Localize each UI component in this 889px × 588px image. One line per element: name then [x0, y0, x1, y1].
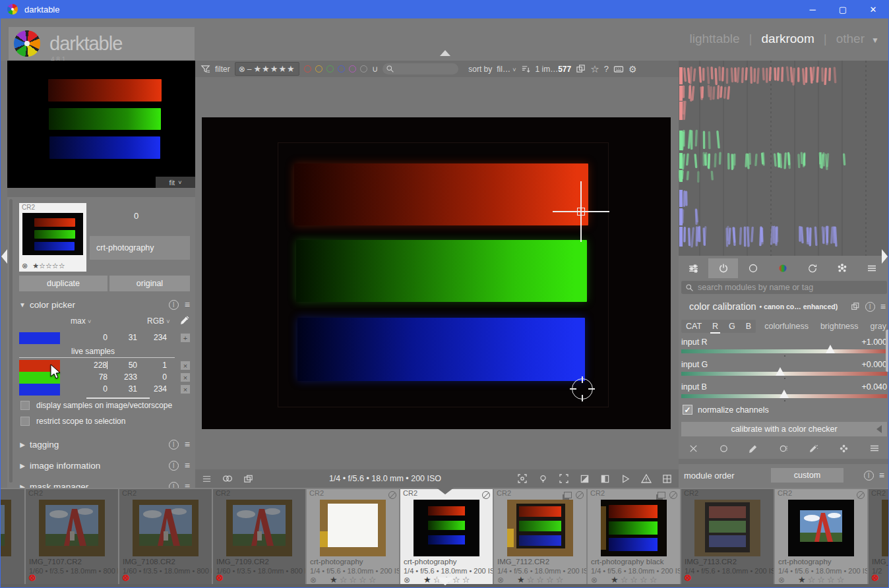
restrict-scope-checkbox-row[interactable]: restrict scope to selection — [20, 417, 125, 426]
sample-swatch[interactable] — [19, 384, 60, 396]
tab-gray[interactable]: gray — [870, 322, 887, 331]
reset-icon[interactable]: 〡 — [169, 440, 179, 450]
color-label-red[interactable] — [304, 65, 311, 73]
minimize-button[interactable]: ─ — [797, 0, 828, 18]
presets-menu-icon[interactable] — [869, 443, 880, 454]
colorspace-dropdown[interactable]: RGB ˅ — [147, 316, 170, 326]
guides-icon[interactable] — [202, 474, 212, 484]
module-group-effects-group-icon[interactable] — [827, 258, 857, 278]
display-samples-checkbox-row[interactable]: display samples on image/vectorscope — [20, 401, 172, 410]
checkbox-checked[interactable]: ✓ — [683, 405, 692, 415]
tab-R[interactable]: R — [712, 322, 719, 331]
view-other[interactable]: other — [836, 32, 865, 46]
section-header-mask-manager[interactable]: ▶mask manager〡≡ — [7, 479, 195, 488]
reset-icon[interactable]: 〡 — [865, 302, 875, 312]
maximize-button[interactable]: ▢ — [828, 0, 858, 18]
tab-G[interactable]: G — [728, 322, 736, 331]
reject-filter-icon[interactable]: ⊗ — [239, 65, 245, 74]
calibrate-button[interactable]: calibrate with a color checker — [681, 422, 887, 436]
rejected-icon[interactable]: ⊗ — [216, 572, 224, 583]
checkbox[interactable] — [20, 417, 30, 426]
circle-mask-icon[interactable] — [719, 444, 729, 454]
original-button[interactable]: original — [109, 276, 190, 291]
tab-colorfulness[interactable]: colorfulness — [764, 322, 809, 331]
reset-icon[interactable]: 〡 — [169, 461, 179, 471]
presets-menu-icon[interactable]: ≡ — [185, 460, 190, 471]
rejected-icon[interactable]: ⊗ — [122, 572, 130, 583]
color-label-purple[interactable] — [349, 65, 356, 73]
color-picker-header[interactable]: ▼ color picker 〡≡ — [7, 297, 195, 312]
reset-icon[interactable]: 〡 — [169, 482, 179, 488]
clipping-icon[interactable] — [600, 474, 610, 484]
expand-arrow-icon[interactable]: ▶ — [15, 441, 30, 448]
collapse-right-panel-arrow[interactable] — [882, 249, 888, 264]
zoom-level-dropdown[interactable]: fit˅ — [156, 177, 195, 188]
module-search-input[interactable]: search modules by name or tag — [681, 281, 887, 294]
reject-icon[interactable]: ⊗ — [404, 575, 410, 585]
remove-sample-button[interactable]: × — [180, 372, 191, 382]
slider-handle[interactable] — [780, 390, 789, 398]
module-group-power-icon[interactable] — [708, 258, 738, 278]
reject-icon[interactable]: ⊗ — [778, 575, 785, 585]
presets-menu-icon[interactable]: ≡ — [185, 439, 190, 450]
duplicate-instance-icon[interactable] — [851, 302, 860, 311]
clear-mask-icon[interactable] — [689, 444, 698, 454]
color-label-green[interactable] — [326, 65, 334, 73]
color-label-blue[interactable] — [338, 65, 345, 73]
filmstrip-thumbnail[interactable]: CR2IMG_1/2⊗ — [869, 489, 889, 584]
picker-mode-dropdown[interactable]: max ˅ — [71, 316, 91, 326]
reset-icon[interactable]: 〡 — [169, 300, 179, 310]
normalize-channels-row[interactable]: ✓ normalize channels — [683, 405, 769, 415]
gradient-mask-icon[interactable] — [779, 444, 789, 454]
left-scrollbar[interactable] — [9, 199, 13, 483]
filmstrip-thumbnail[interactable]: CR2crt-photography1/4 • f/5.6 • 18.0mm •… — [775, 489, 867, 584]
rejected-icon[interactable]: ⊗ — [871, 572, 879, 583]
remove-sample-button[interactable]: × — [180, 384, 191, 394]
filmstrip-thumbnail[interactable]: CR2IMG_7113.CR21/4 • f/5.6 • 18.0mm • 20… — [681, 489, 774, 584]
eyedropper-icon[interactable] — [180, 315, 190, 325]
presets-menu-icon[interactable]: ≡ — [880, 301, 886, 312]
path-mask-icon[interactable] — [749, 444, 758, 454]
histogram-waveform[interactable] — [679, 61, 889, 256]
sort-field-dropdown[interactable]: fil… ˅ — [497, 65, 516, 74]
duplicate-name-field[interactable]: crt-photography — [90, 236, 190, 260]
filmstrip-thumbnail[interactable]: CR2crt-photography black1/4 • f/5.6 • 18… — [588, 489, 680, 584]
focus-peaking-icon[interactable] — [517, 473, 528, 484]
slider-input-R[interactable]: input R+1.000 — [681, 338, 887, 353]
filmstrip-thumbnail[interactable]: CR2IMG_7108.CR21/60 • f/3.5 • 18.0mm • 8… — [119, 489, 212, 584]
rejected-icon[interactable]: ⊗ — [28, 572, 36, 583]
grouping-icon[interactable] — [576, 64, 586, 74]
reject-icon[interactable]: ⊗ — [310, 575, 317, 585]
sort-direction-icon[interactable] — [521, 64, 531, 74]
slider-handle[interactable] — [776, 367, 785, 376]
section-header-tagging[interactable]: ▶tagging〡≡ — [7, 436, 195, 452]
module-group-color-group-icon[interactable] — [768, 258, 797, 278]
search-input[interactable] — [383, 63, 458, 74]
fit-view-icon[interactable] — [559, 473, 569, 484]
navigation-preview[interactable]: fit˅ — [7, 61, 195, 188]
grid-icon[interactable] — [662, 474, 672, 484]
checkbox[interactable] — [20, 401, 30, 410]
color-calibration-header[interactable]: color calibration • canon co… enhanced) … — [679, 298, 889, 315]
rating-stars[interactable]: ★☆☆☆☆ — [611, 575, 659, 584]
rating-filter[interactable]: ⊗ – ★★★★★ — [235, 62, 299, 76]
expand-arrow-icon[interactable]: ▶ — [15, 462, 30, 469]
module-group-basic-group-icon[interactable] — [738, 258, 768, 278]
gamut-check-icon[interactable] — [580, 474, 590, 484]
rating-stars[interactable]: ★☆☆☆☆ — [517, 575, 565, 584]
slider-input-B[interactable]: input B+0.040 — [681, 382, 887, 398]
slider-handle[interactable] — [826, 345, 835, 353]
overexposed-icon[interactable] — [641, 473, 652, 484]
primary-sample-swatch[interactable] — [19, 332, 60, 344]
color-label-yellow[interactable] — [315, 65, 322, 73]
current-image-notch-bottom[interactable] — [437, 577, 454, 585]
section-header-image-information[interactable]: ▶image information〡≡ — [7, 457, 195, 473]
preferences-gear-icon[interactable]: ⚙ — [628, 64, 637, 74]
tab-B[interactable]: B — [745, 322, 752, 331]
filmstrip-thumbnail[interactable]: CR2IMG_7107.CR21/60 • f/3.5 • 18.0mm • 8… — [26, 489, 118, 584]
duplicate-thumbnail[interactable]: CR2 ⊗ ★☆☆☆☆ — [19, 203, 86, 272]
filmstrip-thumbnail-selected[interactable]: CR2crt-photography1/4 • f/5.6 • 18.0mm •… — [400, 489, 493, 584]
rating-stars[interactable]: ★☆☆☆☆ — [330, 575, 378, 584]
remove-sample-button[interactable]: × — [180, 361, 191, 370]
color-union-toggle[interactable]: ∪ — [372, 64, 379, 74]
